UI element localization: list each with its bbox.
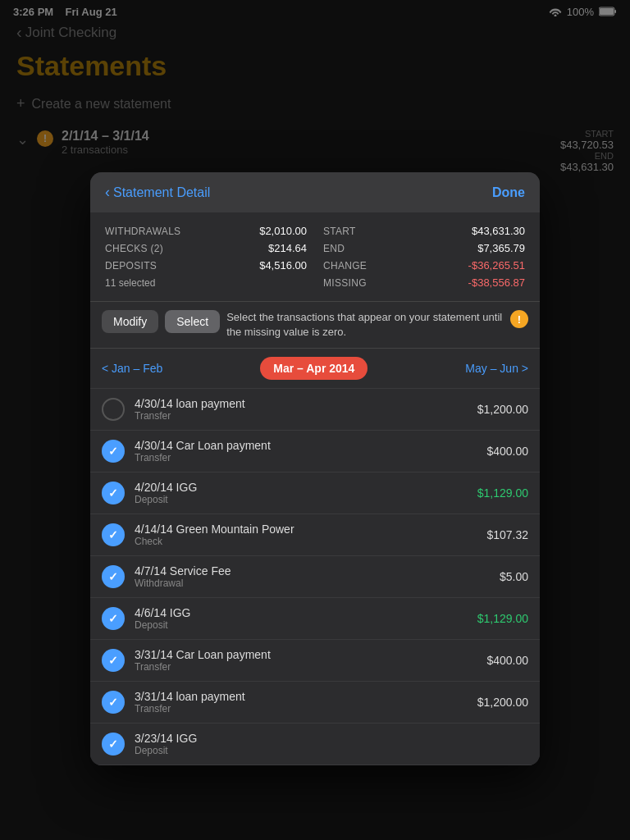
- tx-title: 3/31/14 Car Loan payment: [135, 648, 477, 661]
- transaction-item[interactable]: ✓4/6/14 IGGDeposit$1,129.00: [90, 598, 540, 640]
- modal-back-label: Statement Detail: [113, 185, 210, 200]
- missing-value: -$38,556.87: [468, 276, 525, 289]
- transaction-item[interactable]: ✓3/31/14 Car Loan paymentTransfer$400.00: [90, 640, 540, 682]
- change-label: CHANGE: [323, 260, 367, 272]
- end-stat-value: $7,365.79: [477, 242, 525, 254]
- end-stat-label: END: [323, 243, 345, 254]
- tx-category: Transfer: [135, 452, 477, 463]
- selected-stat: 11 selected: [105, 276, 307, 290]
- tx-title: 3/23/14 IGG: [135, 732, 518, 745]
- modal-header: ‹ Statement Detail Done: [90, 172, 540, 212]
- tx-title: 4/6/14 IGG: [135, 606, 468, 619]
- tx-amount: $400.00: [486, 654, 528, 667]
- tx-title: 4/30/14 Car Loan payment: [135, 439, 477, 452]
- checkmark-icon: ✓: [108, 612, 118, 625]
- tx-category: Transfer: [135, 410, 468, 422]
- start-stat-label: START: [323, 226, 356, 237]
- tx-category: Deposit: [135, 619, 468, 631]
- start-stat-value: $43,631.30: [472, 225, 525, 237]
- change-value: -$36,265.51: [468, 259, 525, 272]
- next-period-button[interactable]: May – Jun >: [465, 362, 528, 375]
- action-warning-icon: !: [510, 310, 528, 328]
- tx-title: 4/14/14 Green Mountain Power: [135, 523, 477, 536]
- transaction-item[interactable]: ✓3/23/14 IGGDeposit: [90, 724, 540, 765]
- tx-amount: $107.32: [486, 528, 528, 541]
- change-stat: CHANGE -$36,265.51: [323, 258, 525, 272]
- modify-button[interactable]: Modify: [102, 310, 158, 333]
- checkmark-icon: ✓: [108, 696, 118, 709]
- transaction-checkbox[interactable]: ✓: [102, 733, 125, 756]
- tx-title: 4/20/14 IGG: [135, 481, 468, 494]
- tx-amount: $400.00: [486, 445, 528, 458]
- checkmark-icon: ✓: [108, 570, 118, 583]
- tx-category: Check: [135, 536, 477, 547]
- deposits-stat: DEPOSITS $4,516.00: [105, 258, 307, 272]
- checks-label: CHECKS (2): [105, 243, 163, 254]
- transaction-checkbox[interactable]: ✓: [102, 440, 125, 463]
- checkmark-icon: ✓: [108, 654, 118, 667]
- transaction-item[interactable]: ✓4/30/14 Car Loan paymentTransfer$400.00: [90, 431, 540, 472]
- transaction-item[interactable]: 4/30/14 loan paymentTransfer$1,200.00: [90, 389, 540, 431]
- action-hint: Select the transactions that appear on y…: [226, 310, 504, 340]
- stats-section: WITHDRAWALS $2,010.00 START $43,631.30 C…: [90, 212, 540, 302]
- date-nav: < Jan – Feb Mar – Apr 2014 May – Jun >: [90, 349, 540, 389]
- transaction-item[interactable]: ✓4/14/14 Green Mountain PowerCheck$107.3…: [90, 514, 540, 556]
- checkmark-icon: ✓: [108, 737, 118, 751]
- transaction-checkbox[interactable]: ✓: [102, 649, 125, 672]
- transaction-checkbox[interactable]: ✓: [102, 691, 125, 714]
- checkmark-icon: ✓: [108, 528, 118, 541]
- selected-value: 11 selected: [105, 277, 155, 289]
- tx-category: Deposit: [135, 745, 518, 756]
- select-button[interactable]: Select: [165, 310, 220, 333]
- end-stat: END $7,365.79: [323, 241, 525, 255]
- tx-amount: $1,129.00: [477, 612, 528, 625]
- checks-value: $214.64: [268, 242, 307, 254]
- back-chevron-icon: ‹: [105, 184, 110, 201]
- current-period[interactable]: Mar – Apr 2014: [260, 357, 368, 380]
- tx-category: Transfer: [135, 703, 468, 714]
- tx-amount: $5.00: [500, 570, 528, 583]
- withdrawals-value: $2,010.00: [259, 225, 307, 237]
- transaction-checkbox[interactable]: ✓: [102, 607, 125, 630]
- transaction-checkbox[interactable]: ✓: [102, 482, 125, 504]
- tx-category: Transfer: [135, 661, 477, 673]
- transaction-checkbox[interactable]: [102, 398, 125, 421]
- tx-amount: $1,200.00: [477, 696, 528, 709]
- withdrawals-stat: WITHDRAWALS $2,010.00: [105, 224, 307, 238]
- tx-title: 4/7/14 Service Fee: [135, 564, 490, 578]
- modal-back-button[interactable]: ‹ Statement Detail: [105, 184, 210, 201]
- missing-label: MISSING: [323, 277, 367, 289]
- deposits-value: $4,516.00: [259, 259, 307, 272]
- transaction-list: 4/30/14 loan paymentTransfer$1,200.00✓4/…: [90, 389, 540, 765]
- transaction-item[interactable]: ✓4/7/14 Service FeeWithdrawal$5.00: [90, 556, 540, 598]
- done-button[interactable]: Done: [492, 185, 525, 200]
- deposits-label: DEPOSITS: [105, 260, 157, 272]
- start-stat: START $43,631.30: [323, 224, 525, 238]
- prev-period-button[interactable]: < Jan – Feb: [102, 362, 162, 375]
- missing-stat: MISSING -$38,556.87: [323, 276, 525, 290]
- transaction-checkbox[interactable]: ✓: [102, 565, 125, 588]
- tx-title: 3/31/14 loan payment: [135, 690, 468, 703]
- transaction-item[interactable]: ✓4/20/14 IGGDeposit$1,129.00: [90, 472, 540, 514]
- withdrawals-label: WITHDRAWALS: [105, 226, 180, 237]
- tx-amount: $1,200.00: [477, 403, 528, 416]
- statement-detail-modal: ‹ Statement Detail Done WITHDRAWALS $2,0…: [90, 172, 540, 765]
- tx-amount: $1,129.00: [477, 486, 528, 500]
- transaction-checkbox[interactable]: ✓: [102, 523, 125, 546]
- tx-category: Withdrawal: [135, 578, 490, 589]
- tx-category: Deposit: [135, 494, 468, 505]
- transaction-item[interactable]: ✓3/31/14 loan paymentTransfer$1,200.00: [90, 682, 540, 724]
- checkmark-icon: ✓: [108, 445, 118, 458]
- action-bar: Modify Select Select the transactions th…: [90, 302, 540, 349]
- checks-stat: CHECKS (2) $214.64: [105, 241, 307, 255]
- tx-title: 4/30/14 loan payment: [135, 397, 468, 410]
- checkmark-icon: ✓: [108, 486, 118, 500]
